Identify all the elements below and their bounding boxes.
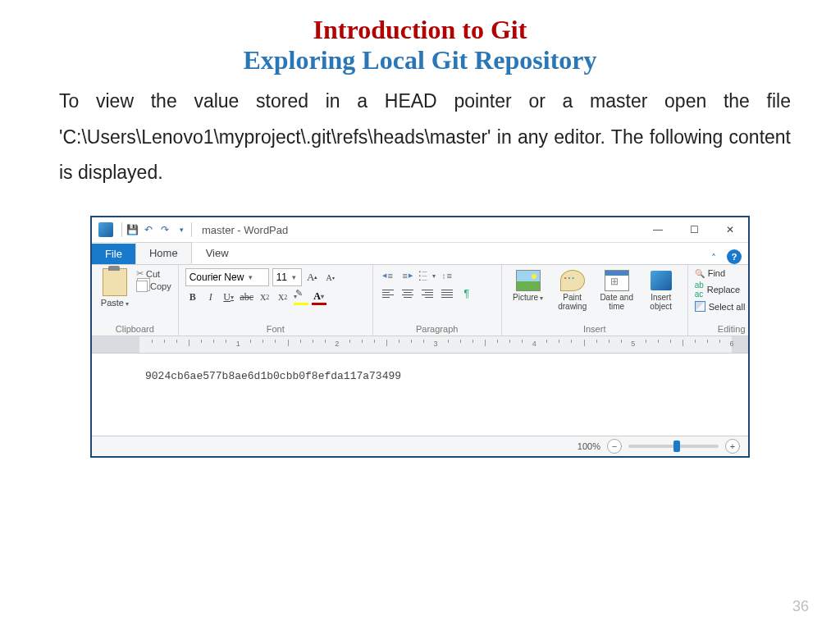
paint-icon bbox=[560, 270, 585, 291]
tab-file[interactable]: File bbox=[92, 244, 135, 264]
font-color-button[interactable]: A bbox=[312, 290, 326, 305]
close-button[interactable]: ✕ bbox=[712, 217, 748, 242]
find-label: Find bbox=[708, 268, 725, 278]
status-bar: 100% − + bbox=[92, 436, 748, 456]
document-content: 9024cb6ae577b8ae6d1b0cbb0f8efda117a73499 bbox=[145, 370, 401, 382]
increase-indent-button[interactable] bbox=[399, 268, 416, 283]
copy-icon bbox=[136, 281, 148, 292]
superscript-button[interactable]: X2 bbox=[276, 290, 290, 305]
cut-label: Cut bbox=[146, 269, 160, 279]
line-spacing-button[interactable] bbox=[439, 268, 455, 283]
group-label-paragraph: Paragraph bbox=[380, 324, 495, 334]
group-paragraph: ¶ Paragraph bbox=[373, 265, 502, 336]
highlight-button[interactable] bbox=[294, 290, 308, 305]
replace-button[interactable]: abacReplace bbox=[695, 281, 769, 299]
slide-page-number: 36 bbox=[792, 598, 809, 615]
align-left-button[interactable] bbox=[380, 286, 396, 301]
zoom-in-button[interactable]: + bbox=[725, 439, 740, 454]
minimize-button[interactable]: — bbox=[640, 217, 676, 242]
align-right-icon bbox=[422, 290, 433, 298]
slide-title-2: Exploring Local Git Repository bbox=[49, 45, 791, 75]
zoom-slider-thumb[interactable] bbox=[673, 441, 680, 452]
slide-body-text: To view the value stored in a HEAD point… bbox=[49, 84, 791, 191]
replace-icon: abac bbox=[695, 281, 704, 299]
align-left-icon bbox=[382, 290, 394, 298]
slide-title-1: Introduction to Git bbox=[49, 15, 791, 45]
align-right-button[interactable] bbox=[419, 286, 436, 301]
font-name-combo[interactable]: Courier New bbox=[185, 268, 269, 286]
zoom-value: 100% bbox=[578, 441, 600, 451]
zoom-slider[interactable] bbox=[628, 445, 719, 448]
zoom-out-button[interactable]: − bbox=[607, 439, 622, 454]
italic-button[interactable]: I bbox=[203, 290, 218, 305]
copy-button[interactable]: Copy bbox=[136, 281, 171, 292]
maximize-button[interactable]: ☐ bbox=[676, 217, 712, 242]
select-all-icon bbox=[695, 301, 705, 312]
group-label-insert: Insert bbox=[509, 324, 681, 334]
find-icon bbox=[695, 269, 705, 278]
object-icon bbox=[651, 271, 672, 290]
qat-dropdown-icon[interactable]: ▾ bbox=[175, 223, 188, 236]
bullets-icon bbox=[419, 270, 432, 281]
collapse-ribbon-icon[interactable]: ˄ bbox=[704, 253, 724, 264]
paste-icon bbox=[103, 268, 127, 296]
font-size-combo[interactable]: 11 bbox=[272, 268, 302, 286]
group-clipboard: Paste ✂Cut Copy Clipboard bbox=[92, 265, 179, 336]
app-icon bbox=[98, 222, 113, 237]
cut-button[interactable]: ✂Cut bbox=[136, 268, 171, 279]
select-all-label: Select all bbox=[709, 302, 746, 312]
wordpad-window: 💾 ↶ ↷ ▾ master - WordPad — ☐ ✕ File Home… bbox=[90, 216, 750, 458]
paste-label: Paste bbox=[101, 298, 129, 308]
paint-label: Paint drawing bbox=[553, 293, 592, 311]
document-area[interactable]: 9024cb6ae577b8ae6d1b0cbb0f8efda117a73499 bbox=[92, 354, 748, 436]
quick-access-toolbar: 💾 ↶ ↷ ▾ bbox=[126, 223, 188, 236]
paste-button[interactable]: Paste bbox=[98, 268, 131, 308]
save-icon[interactable]: 💾 bbox=[126, 223, 139, 236]
replace-label: Replace bbox=[707, 285, 740, 294]
select-all-button[interactable]: Select all bbox=[695, 301, 769, 312]
subscript-button[interactable]: X2 bbox=[258, 290, 272, 305]
insert-datetime-button[interactable]: Date and time bbox=[597, 268, 637, 311]
ribbon: Paste ✂Cut Copy Clipboard Courier New 11… bbox=[92, 264, 748, 336]
cut-icon: ✂ bbox=[136, 268, 144, 279]
help-icon[interactable]: ? bbox=[727, 249, 742, 264]
insert-object-button[interactable]: Insert object bbox=[641, 268, 681, 311]
group-insert: Picture Paint drawing Date and time Inse… bbox=[502, 265, 688, 336]
bullets-button[interactable] bbox=[419, 268, 436, 283]
shrink-font-button[interactable]: A▾ bbox=[323, 270, 338, 285]
justify-icon bbox=[441, 290, 453, 298]
tab-home[interactable]: Home bbox=[135, 242, 192, 264]
strikethrough-button[interactable]: abc bbox=[240, 290, 254, 305]
insert-paint-button[interactable]: Paint drawing bbox=[553, 268, 592, 311]
picture-label: Picture bbox=[513, 293, 543, 303]
align-center-icon bbox=[402, 290, 413, 298]
group-label-font: Font bbox=[185, 324, 366, 334]
group-editing: Find abacReplace Select all Editing bbox=[688, 265, 775, 336]
divider bbox=[191, 222, 192, 237]
bold-button[interactable]: B bbox=[185, 290, 200, 305]
ruler[interactable]: 123456 bbox=[92, 336, 748, 354]
datetime-label: Date and time bbox=[597, 293, 637, 311]
find-button[interactable]: Find bbox=[695, 268, 769, 278]
titlebar: 💾 ↶ ↷ ▾ master - WordPad — ☐ ✕ bbox=[92, 217, 748, 243]
group-font: Courier New 11 A▴ A▾ B I U abc X2 X2 A bbox=[179, 265, 373, 336]
redo-icon[interactable]: ↷ bbox=[158, 223, 171, 236]
underline-button[interactable]: U bbox=[221, 290, 236, 305]
group-label-editing: Editing bbox=[695, 324, 769, 334]
grow-font-button[interactable]: A▴ bbox=[305, 270, 320, 285]
insert-picture-button[interactable]: Picture bbox=[509, 268, 548, 311]
picture-icon bbox=[516, 270, 541, 291]
undo-icon[interactable]: ↶ bbox=[142, 223, 155, 236]
align-center-button[interactable] bbox=[399, 286, 416, 301]
divider bbox=[121, 222, 122, 237]
justify-button[interactable] bbox=[439, 286, 455, 301]
ribbon-tabs: File Home View ˄ ? bbox=[92, 243, 748, 264]
tab-view[interactable]: View bbox=[192, 242, 243, 264]
window-title: master - WordPad bbox=[202, 224, 640, 236]
datetime-icon bbox=[605, 270, 629, 291]
object-label: Insert object bbox=[641, 293, 681, 311]
paragraph-dialog-button[interactable]: ¶ bbox=[459, 286, 475, 301]
group-label-clipboard: Clipboard bbox=[98, 324, 171, 334]
decrease-indent-button[interactable] bbox=[380, 268, 396, 283]
copy-label: Copy bbox=[150, 281, 171, 291]
